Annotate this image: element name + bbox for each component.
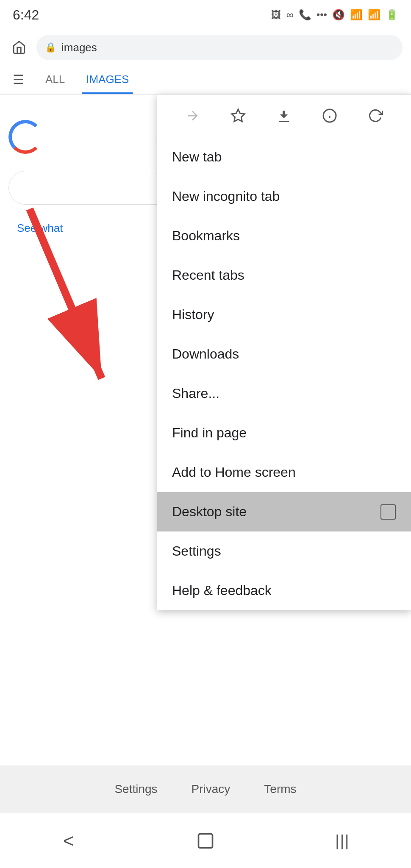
home-button[interactable] [8,37,30,58]
image-icon: 🖼 [271,9,281,21]
menu-item-recent-tabs[interactable]: Recent tabs [157,256,411,295]
footer-settings[interactable]: Settings [114,782,157,796]
tab-all[interactable]: ALL [41,65,69,94]
svg-marker-3 [232,109,244,122]
footer-privacy[interactable]: Privacy [192,782,230,796]
menu-item-share-[interactable]: Share... [157,374,411,413]
menu-item-help-feedback[interactable]: Help & feedback [157,571,411,610]
nav-bar: < ||| [0,813,411,868]
status-time: 6:42 [13,7,39,23]
tab-images[interactable]: IMAGES [82,65,133,94]
download-button[interactable] [271,103,297,128]
address-bar[interactable]: 🔒 images [36,35,403,60]
red-arrow [8,188,127,410]
menu-item-label: Find in page [172,425,247,441]
signal-icon: 📶 [368,9,380,21]
menu-toolbar [157,95,411,137]
mute-icon: 🔇 [332,9,345,21]
hamburger-menu[interactable]: ☰ [8,65,28,94]
recents-button[interactable]: ||| [325,824,359,858]
menu-item-new-incognito-tab[interactable]: New incognito tab [157,177,411,216]
menu-item-settings[interactable]: Settings [157,531,411,571]
menu-item-label: New tab [172,149,222,165]
menu-item-label: Help & feedback [172,583,272,598]
svg-line-1 [30,209,102,378]
google-logo [8,120,42,154]
menu-item-label: Downloads [172,346,239,362]
status-icons: 🖼 ∞ 📞 ••• 🔇 📶 📶 🔋 [271,9,398,21]
call-icon: 📞 [299,9,311,21]
page-footer: Settings Privacy Terms [0,765,411,813]
page-content: See what [0,95,411,790]
menu-item-label: Desktop site [172,504,247,520]
lock-icon: 🔒 [45,42,56,53]
battery-icon: 🔋 [386,9,398,21]
menu-item-label: History [172,307,214,323]
menu-item-label: Bookmarks [172,228,240,244]
bookmark-button[interactable] [225,103,251,128]
footer-terms[interactable]: Terms [264,782,296,796]
status-bar: 6:42 🖼 ∞ 📞 ••• 🔇 📶 📶 🔋 [0,0,411,30]
back-button[interactable]: < [52,824,86,858]
home-nav-button[interactable] [189,824,222,858]
refresh-button[interactable] [363,103,388,128]
menu-item-label: Add to Home screen [172,465,296,480]
browser-chrome: 🔒 images ☰ ALL IMAGES [0,30,411,95]
forward-button[interactable] [180,103,205,128]
tabs-bar: ☰ ALL IMAGES [0,65,411,94]
menu-item-label: Share... [172,386,219,401]
menu-item-add-to-home-screen[interactable]: Add to Home screen [157,453,411,492]
desktop-site-checkbox[interactable] [380,504,396,520]
menu-item-bookmarks[interactable]: Bookmarks [157,216,411,256]
wifi-icon: 📶 [350,9,363,21]
menu-item-label: Settings [172,543,221,559]
info-button[interactable] [317,103,342,128]
menu-item-downloads[interactable]: Downloads [157,334,411,374]
dropdown-menu: New tabNew incognito tabBookmarksRecent … [157,95,411,610]
menu-item-label: New incognito tab [172,189,280,204]
url-text: images [61,41,97,54]
link-icon: ∞ [286,9,294,21]
menu-item-label: Recent tabs [172,267,244,283]
menu-item-history[interactable]: History [157,295,411,334]
more-icon: ••• [317,9,327,21]
svg-rect-7 [198,834,212,848]
menu-item-desktop-site[interactable]: Desktop site [157,492,411,531]
menu-items-container: New tabNew incognito tabBookmarksRecent … [157,137,411,610]
menu-item-find-in-page[interactable]: Find in page [157,413,411,453]
menu-item-new-tab[interactable]: New tab [157,137,411,177]
address-bar-row: 🔒 images [0,30,411,65]
